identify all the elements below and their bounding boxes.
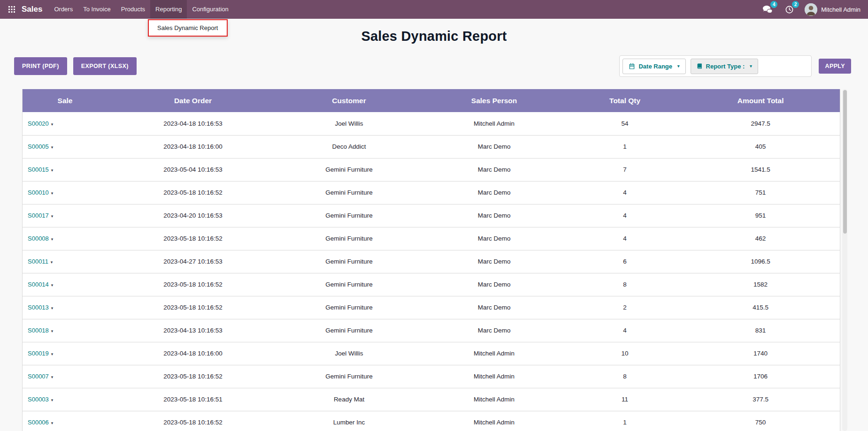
chevron-down-icon[interactable]: ▾ <box>51 237 54 242</box>
vertical-scrollbar[interactable] <box>842 89 847 431</box>
amount-cell: 1582 <box>681 273 840 296</box>
date-range-label: Date Range <box>638 63 672 70</box>
chevron-down-icon[interactable]: ▾ <box>51 329 54 333</box>
sale-cell: S00014▾ <box>23 273 108 296</box>
table-row: S00008▾ 2023-05-18 10:16:52 Gemini Furni… <box>23 227 840 250</box>
sale-order-link[interactable]: S00014 <box>28 281 49 288</box>
date-order-cell: 2023-05-18 10:16:51 <box>108 388 278 411</box>
chevron-down-icon[interactable]: ▾ <box>51 375 54 379</box>
avatar <box>805 3 817 16</box>
export-xlsx-button[interactable]: EXPORT (XLSX) <box>73 57 137 75</box>
print-pdf-button[interactable]: PRINT (PDF) <box>14 57 67 75</box>
date-order-cell: 2023-04-18 10:16:53 <box>108 112 278 135</box>
sale-order-link[interactable]: S00013 <box>28 304 49 311</box>
toolbar: PRINT (PDF) EXPORT (XLSX) Date Range ▾ R… <box>14 55 851 77</box>
sale-order-link[interactable]: S00019 <box>28 350 49 357</box>
sale-order-link[interactable]: S00018 <box>28 327 49 334</box>
chevron-down-icon[interactable]: ▾ <box>51 122 54 127</box>
sale-order-link[interactable]: S00010 <box>28 189 49 196</box>
apply-button[interactable]: APPLY <box>819 59 851 74</box>
book-icon <box>697 63 703 69</box>
sale-order-link[interactable]: S00015 <box>28 166 49 173</box>
customer-cell: Gemini Furniture <box>278 158 420 181</box>
qty-cell: 4 <box>568 181 681 204</box>
chevron-down-icon[interactable]: ▾ <box>51 306 54 310</box>
customer-cell: Joel Willis <box>278 342 420 365</box>
sale-order-link[interactable]: S00017 <box>28 212 49 219</box>
chevron-down-icon[interactable]: ▾ <box>51 398 54 402</box>
salesperson-cell: Marc Demo <box>420 181 568 204</box>
chevron-down-icon[interactable]: ▾ <box>51 260 53 265</box>
sale-order-link[interactable]: S00011 <box>28 258 48 265</box>
salesperson-cell: Marc Demo <box>420 273 568 296</box>
salesperson-cell: Marc Demo <box>420 296 568 319</box>
app-window: Sales Orders To Invoice Products Reporti… <box>0 0 868 431</box>
navbar-right-section: 4 2 Mitchell Admin <box>761 3 860 16</box>
date-order-cell: 2023-05-18 10:16:52 <box>108 181 278 204</box>
report-type-button[interactable]: Report Type : ▾ <box>691 59 758 74</box>
table-row: S00019▾ 2023-04-18 10:16:00 Joel Willis … <box>23 342 840 365</box>
qty-cell: 4 <box>568 204 681 227</box>
date-order-cell: 2023-04-18 10:16:00 <box>108 135 278 158</box>
nav-item-reporting[interactable]: Reporting <box>150 0 187 19</box>
amount-cell: 1541.5 <box>681 158 840 181</box>
chevron-down-icon[interactable]: ▾ <box>51 191 54 196</box>
activities-button[interactable]: 2 <box>783 3 795 15</box>
filter-group: Date Range ▾ Report Type : ▾ <box>619 55 812 77</box>
chevron-down-icon[interactable]: ▾ <box>51 168 54 173</box>
salesperson-cell: Marc Demo <box>420 319 568 342</box>
sale-order-link[interactable]: S00008 <box>28 235 49 242</box>
date-order-cell: 2023-04-27 10:16:53 <box>108 250 278 273</box>
qty-cell: 1 <box>568 411 681 431</box>
nav-item-orders[interactable]: Orders <box>49 0 78 19</box>
chevron-down-icon[interactable]: ▾ <box>51 283 54 287</box>
nav-item-configuration[interactable]: Configuration <box>187 0 233 19</box>
sale-cell: S00008▾ <box>23 227 108 250</box>
customer-cell: Gemini Furniture <box>278 296 420 319</box>
sale-cell: S00017▾ <box>23 204 108 227</box>
grid-icon <box>8 6 15 13</box>
sale-order-link[interactable]: S00005 <box>28 143 49 150</box>
customer-cell: Gemini Furniture <box>278 319 420 342</box>
amount-cell: 831 <box>681 319 840 342</box>
customer-cell: Gemini Furniture <box>278 204 420 227</box>
nav-item-products[interactable]: Products <box>116 0 150 19</box>
report-table: Sale Date Order Customer Sales Person To… <box>23 89 840 431</box>
column-header-date-order: Date Order <box>108 89 278 112</box>
column-header-sale: Sale <box>23 89 108 112</box>
table-row: S00010▾ 2023-05-18 10:16:52 Gemini Furni… <box>23 181 840 204</box>
salesperson-cell: Marc Demo <box>420 135 568 158</box>
salesperson-cell: Mitchell Admin <box>420 388 568 411</box>
menu-item-sales-dynamic-report[interactable]: Sales Dynamic Report <box>149 20 227 36</box>
sale-order-link[interactable]: S00007 <box>28 373 49 380</box>
messages-button[interactable]: 4 <box>761 3 774 15</box>
activities-badge: 2 <box>792 1 799 8</box>
sale-cell: S00018▾ <box>23 319 108 342</box>
qty-cell: 11 <box>568 388 681 411</box>
app-brand[interactable]: Sales <box>22 5 42 14</box>
chevron-down-icon[interactable]: ▾ <box>51 145 54 150</box>
page-title: Sales Dynamic Report <box>0 28 868 44</box>
scrollbar-thumb[interactable] <box>843 90 847 234</box>
chevron-down-icon[interactable]: ▾ <box>51 214 54 219</box>
date-range-button[interactable]: Date Range ▾ <box>622 59 685 74</box>
table-row: S00018▾ 2023-04-13 10:16:53 Gemini Furni… <box>23 319 840 342</box>
amount-cell: 750 <box>681 411 840 431</box>
qty-cell: 8 <box>568 273 681 296</box>
date-order-cell: 2023-05-18 10:16:52 <box>108 365 278 388</box>
sale-cell: S00011▾ <box>23 250 108 273</box>
table-row: S00014▾ 2023-05-18 10:16:52 Gemini Furni… <box>23 273 840 296</box>
user-menu[interactable]: Mitchell Admin <box>805 3 860 16</box>
chevron-down-icon[interactable]: ▾ <box>51 421 54 425</box>
date-order-cell: 2023-04-13 10:16:53 <box>108 319 278 342</box>
sale-order-link[interactable]: S00006 <box>28 419 49 426</box>
table-row: S00005▾ 2023-04-18 10:16:00 Deco Addict … <box>23 135 840 158</box>
chevron-down-icon[interactable]: ▾ <box>51 352 54 356</box>
nav-item-to-invoice[interactable]: To Invoice <box>78 0 116 19</box>
date-order-cell: 2023-05-18 10:16:52 <box>108 411 278 431</box>
customer-cell: Gemini Furniture <box>278 227 420 250</box>
messages-badge: 4 <box>770 1 777 8</box>
apps-menu-button[interactable] <box>5 0 19 19</box>
sale-order-link[interactable]: S00020 <box>28 120 49 127</box>
sale-order-link[interactable]: S00003 <box>28 396 49 403</box>
